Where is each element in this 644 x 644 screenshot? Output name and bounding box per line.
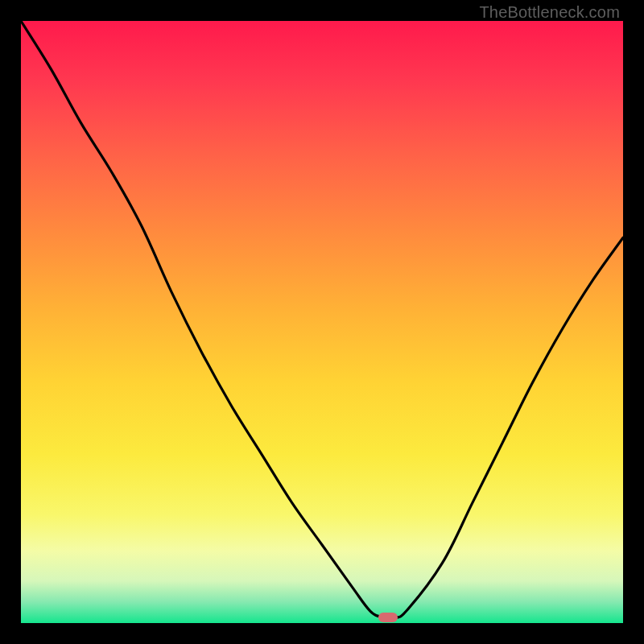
attribution-label: TheBottleneck.com [479, 3, 620, 22]
bottleneck-curve-path [21, 21, 623, 618]
optimal-marker [378, 613, 398, 622]
curve-layer [21, 21, 623, 623]
bottleneck-chart: TheBottleneck.com [0, 0, 644, 644]
plot-area [21, 21, 623, 623]
